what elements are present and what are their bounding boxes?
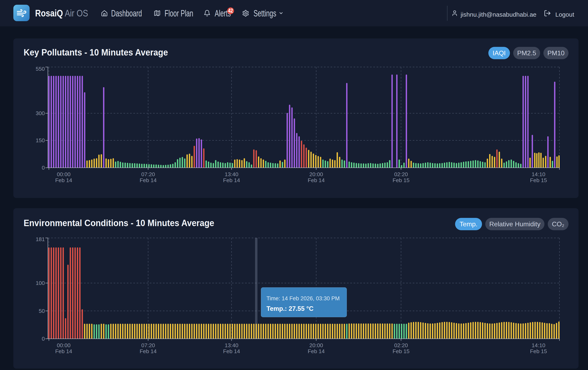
svg-text:550: 550 xyxy=(36,66,45,72)
svg-text:0: 0 xyxy=(42,165,45,171)
svg-text:Feb 15: Feb 15 xyxy=(530,177,547,183)
svg-text:14:10: 14:10 xyxy=(532,342,545,348)
svg-text:07:20: 07:20 xyxy=(141,342,155,348)
svg-text:Feb 14: Feb 14 xyxy=(223,177,240,183)
svg-text:14:10: 14:10 xyxy=(532,171,545,177)
svg-text:20:00: 20:00 xyxy=(309,171,323,177)
svg-text:Feb 15: Feb 15 xyxy=(393,177,410,183)
svg-text:300: 300 xyxy=(36,110,45,116)
svg-text:50: 50 xyxy=(39,308,45,314)
svg-text:Feb 14: Feb 14 xyxy=(223,348,240,354)
svg-text:Feb 14: Feb 14 xyxy=(308,348,325,354)
svg-text:13:40: 13:40 xyxy=(225,171,238,177)
svg-text:02:20: 02:20 xyxy=(394,171,408,177)
svg-text:13:40: 13:40 xyxy=(225,342,238,348)
svg-text:181: 181 xyxy=(36,236,45,242)
svg-text:Feb 14: Feb 14 xyxy=(308,177,325,183)
svg-text:07:20: 07:20 xyxy=(141,171,155,177)
svg-text:150: 150 xyxy=(36,137,45,143)
svg-text:Feb 14: Feb 14 xyxy=(140,177,157,183)
svg-text:00:00: 00:00 xyxy=(57,171,71,177)
svg-text:Feb 15: Feb 15 xyxy=(530,348,547,354)
svg-text:0: 0 xyxy=(42,336,45,342)
svg-text:02:20: 02:20 xyxy=(394,342,408,348)
svg-text:00:00: 00:00 xyxy=(57,342,71,348)
svg-text:Feb 15: Feb 15 xyxy=(393,348,410,354)
svg-text:20:00: 20:00 xyxy=(309,342,323,348)
svg-text:Feb 14: Feb 14 xyxy=(140,348,157,354)
svg-text:Feb 14: Feb 14 xyxy=(55,177,72,183)
svg-text:Feb 14: Feb 14 xyxy=(55,348,72,354)
svg-text:100: 100 xyxy=(36,280,45,286)
